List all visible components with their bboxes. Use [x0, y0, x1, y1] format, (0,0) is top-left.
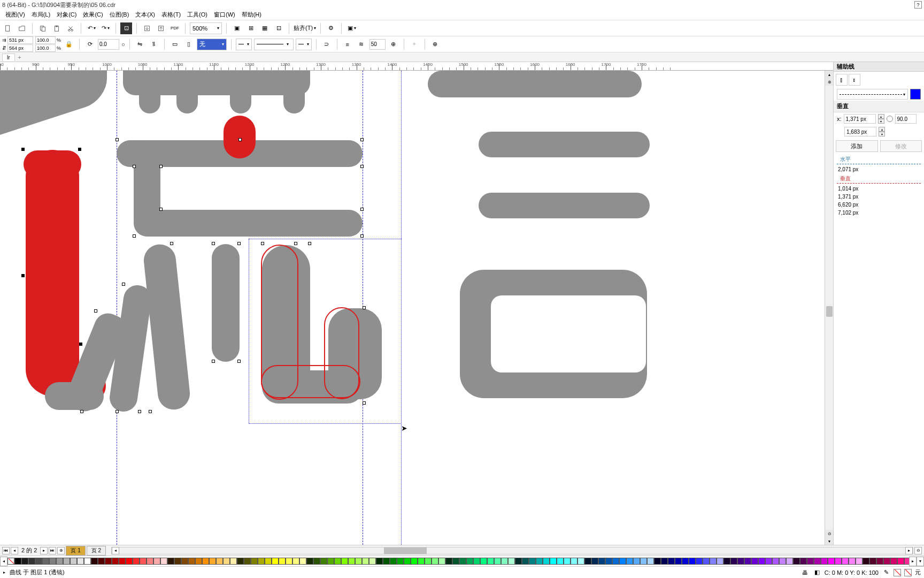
- color-swatch[interactable]: [341, 558, 348, 565]
- color-swatch[interactable]: [494, 558, 501, 565]
- color-swatch[interactable]: [327, 558, 334, 565]
- color-swatch[interactable]: [320, 558, 327, 565]
- guide-x-input[interactable]: [844, 114, 876, 124]
- color-swatch[interactable]: [56, 558, 63, 565]
- spin-down[interactable]: ▾: [878, 119, 884, 124]
- color-swatch[interactable]: [605, 558, 612, 565]
- color-swatch[interactable]: [612, 558, 619, 565]
- color-swatch[interactable]: [174, 558, 181, 565]
- redo-icon[interactable]: ↷▾: [99, 22, 111, 34]
- color-swatch[interactable]: [258, 558, 265, 565]
- guide-vert-icon[interactable]: ⫾: [849, 74, 860, 86]
- color-swatch[interactable]: [876, 558, 883, 565]
- color-swatch[interactable]: [536, 558, 543, 565]
- color-swatch[interactable]: [63, 558, 70, 565]
- copy-icon[interactable]: [37, 22, 49, 34]
- color-swatch[interactable]: [619, 558, 626, 565]
- x-position-input[interactable]: [7, 36, 33, 44]
- color-swatch[interactable]: [418, 558, 425, 565]
- add-tab-icon[interactable]: +: [16, 54, 24, 61]
- color-swatch[interactable]: [432, 558, 438, 565]
- page-tab-1[interactable]: 页 1: [66, 546, 85, 556]
- guide-value[interactable]: 6,620 px: [834, 201, 924, 209]
- color-swatch[interactable]: [890, 558, 897, 565]
- menu-text[interactable]: 文本(X): [132, 11, 158, 19]
- color-swatch[interactable]: [251, 558, 258, 565]
- menu-bitmap[interactable]: 位图(B): [106, 11, 133, 19]
- color-swatch[interactable]: [195, 558, 202, 565]
- color-swatch[interactable]: [904, 558, 909, 565]
- color-swatch[interactable]: [223, 558, 230, 565]
- palette-menu-icon[interactable]: ▾: [917, 557, 924, 566]
- color-swatch[interactable]: [355, 558, 362, 565]
- import-icon[interactable]: [141, 22, 153, 34]
- color-swatch[interactable]: [856, 558, 863, 565]
- page-first-icon[interactable]: ⏮: [2, 547, 10, 554]
- color-swatch[interactable]: [28, 558, 35, 565]
- color-swatch[interactable]: [661, 558, 668, 565]
- new-doc-icon[interactable]: [2, 22, 14, 34]
- color-swatch[interactable]: [438, 558, 445, 565]
- guide-value[interactable]: 1,014 px: [834, 185, 924, 193]
- color-swatch[interactable]: [584, 558, 591, 565]
- color-swatch[interactable]: [473, 558, 480, 565]
- color-swatch[interactable]: [668, 558, 675, 565]
- menu-window[interactable]: 窗口(W): [211, 11, 238, 19]
- color-swatch[interactable]: [578, 558, 584, 565]
- color-swatch[interactable]: [466, 558, 473, 565]
- color-swatch[interactable]: [244, 558, 251, 565]
- color-swatch[interactable]: [452, 558, 459, 565]
- color-swatch[interactable]: [696, 558, 703, 565]
- color-swatch[interactable]: [299, 558, 306, 565]
- color-swatch[interactable]: [717, 558, 723, 565]
- color-swatch[interactable]: [98, 558, 105, 565]
- color-swatch[interactable]: [140, 558, 147, 565]
- spacing-input[interactable]: [369, 39, 386, 50]
- color-swatch[interactable]: [265, 558, 272, 565]
- color-swatch[interactable]: [640, 558, 647, 565]
- color-swatch[interactable]: [633, 558, 640, 565]
- launch-icon[interactable]: ▣▾: [346, 22, 358, 34]
- color-swatch[interactable]: [849, 558, 856, 565]
- color-swatch[interactable]: [758, 558, 765, 565]
- guide-x2-input[interactable]: [844, 127, 876, 136]
- color-swatch[interactable]: [160, 558, 167, 565]
- color-swatch[interactable]: [167, 558, 174, 565]
- color-swatch[interactable]: [703, 558, 710, 565]
- guide-value[interactable]: 1,371 px: [834, 193, 924, 201]
- color-swatch[interactable]: [14, 558, 21, 565]
- spin-up[interactable]: ▴: [878, 114, 884, 119]
- color-swatch[interactable]: [480, 558, 487, 565]
- color-swatch[interactable]: [557, 558, 564, 565]
- color-swatch[interactable]: [369, 558, 376, 565]
- color-swatch[interactable]: [77, 558, 84, 565]
- color-swatch[interactable]: [230, 558, 237, 565]
- outline-indicator[interactable]: [904, 569, 912, 576]
- add-icon[interactable]: ⊕: [429, 39, 441, 50]
- lock-ratio-icon[interactable]: 🔒: [63, 39, 75, 50]
- color-swatch[interactable]: [21, 558, 28, 565]
- color-swatch[interactable]: [814, 558, 821, 565]
- scrollbar-horizontal[interactable]: ◂ ▸: [111, 547, 913, 554]
- color-swatch[interactable]: [591, 558, 598, 565]
- color-swatch[interactable]: [390, 558, 397, 565]
- color-swatch[interactable]: [543, 558, 550, 565]
- color-swatch[interactable]: [209, 558, 216, 565]
- color-swatch[interactable]: [501, 558, 508, 565]
- color-swatch[interactable]: [598, 558, 605, 565]
- canvas[interactable]: ➤: [0, 71, 825, 545]
- color-swatch[interactable]: [181, 558, 188, 565]
- guide-angle-input[interactable]: [895, 114, 917, 124]
- undo-icon[interactable]: ↶▾: [86, 22, 97, 34]
- y-position-input[interactable]: [7, 44, 33, 52]
- color-swatch[interactable]: [765, 558, 772, 565]
- color-swatch[interactable]: [786, 558, 793, 565]
- color-swatch[interactable]: [654, 558, 661, 565]
- start-arrow-dropdown[interactable]: ▾: [236, 39, 252, 50]
- menu-effects[interactable]: 效果(C): [80, 11, 106, 19]
- menu-layout[interactable]: 布局(L): [28, 11, 53, 19]
- color-swatch[interactable]: [883, 558, 890, 565]
- angle-input[interactable]: [98, 39, 119, 50]
- angle-radio[interactable]: [887, 116, 893, 122]
- color-swatch[interactable]: [689, 558, 696, 565]
